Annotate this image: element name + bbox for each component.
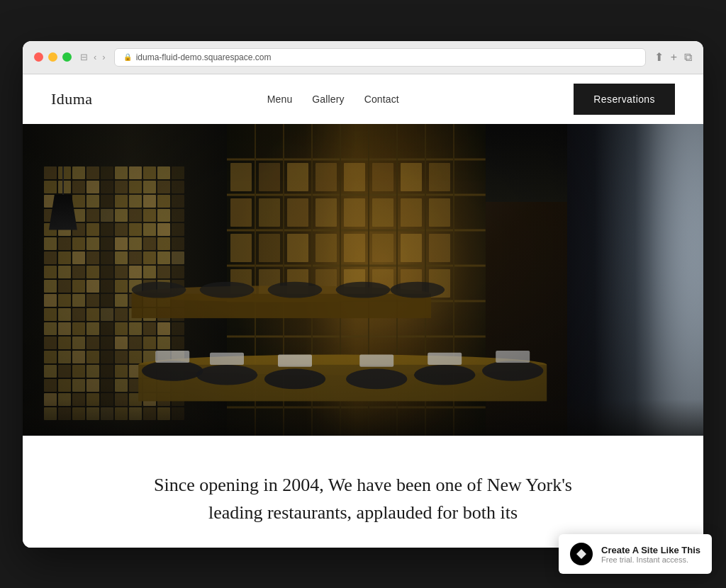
- nav-menu[interactable]: Menu: [267, 94, 293, 105]
- sidebar-toggle-icon[interactable]: ⊟: [80, 52, 88, 62]
- site-content: Iduma Menu Gallery Contact Reservations: [23, 74, 703, 548]
- browser-controls: ⊟ ‹ ›: [80, 52, 106, 62]
- traffic-lights: [34, 52, 72, 62]
- browser-window: ⊟ ‹ › 🔒 iduma-fluid-demo.squarespace.com…: [23, 41, 703, 548]
- hero-scene: [23, 124, 703, 436]
- new-tab-icon[interactable]: +: [671, 51, 677, 64]
- nav-gallery[interactable]: Gallery: [312, 94, 344, 105]
- text-section: Since opening in 2004, We have been one …: [23, 436, 703, 548]
- squarespace-text-block: Create A Site Like This Free trial. Inst…: [601, 545, 700, 564]
- squarespace-title: Create A Site Like This: [601, 545, 700, 555]
- nav-contact[interactable]: Contact: [364, 94, 399, 105]
- url-text: iduma-fluid-demo.squarespace.com: [136, 52, 272, 62]
- address-bar[interactable]: 🔒 iduma-fluid-demo.squarespace.com: [114, 48, 646, 67]
- tabs-icon[interactable]: ⧉: [684, 51, 692, 64]
- minimize-button[interactable]: [48, 52, 57, 62]
- browser-chrome: ⊟ ‹ › 🔒 iduma-fluid-demo.squarespace.com…: [23, 41, 703, 74]
- maximize-button[interactable]: [62, 52, 72, 62]
- site-logo: Iduma: [51, 90, 92, 108]
- vignette: [23, 124, 703, 436]
- forward-button[interactable]: ›: [102, 52, 105, 62]
- site-header: Iduma Menu Gallery Contact Reservations: [23, 74, 703, 124]
- back-button[interactable]: ‹: [94, 52, 96, 62]
- reservations-button[interactable]: Reservations: [574, 84, 675, 115]
- squarespace-banner[interactable]: Create A Site Like This Free trial. Inst…: [559, 534, 712, 574]
- intro-text: Since opening in 2004, We have been one …: [150, 471, 576, 526]
- squarespace-logo: [570, 543, 593, 565]
- lock-icon: 🔒: [123, 53, 132, 61]
- browser-actions: ⬆ + ⧉: [654, 50, 692, 64]
- squarespace-subtitle: Free trial. Instant access.: [601, 555, 700, 564]
- close-button[interactable]: [34, 52, 43, 62]
- share-icon[interactable]: ⬆: [654, 50, 664, 64]
- hero-image: [23, 124, 703, 436]
- site-nav: Menu Gallery Contact: [267, 94, 399, 105]
